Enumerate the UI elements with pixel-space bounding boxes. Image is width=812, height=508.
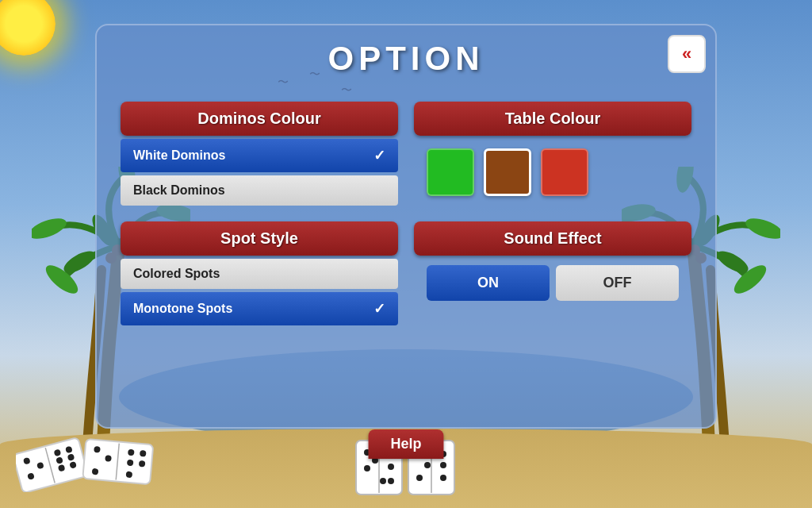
dominos-colour-section: Dominos Colour White Dominos ✓ Black Dom… — [121, 102, 398, 206]
svg-rect-20 — [16, 437, 88, 492]
svg-point-56 — [440, 462, 446, 468]
dominos-colour-header: Dominos Colour — [121, 102, 398, 136]
svg-point-45 — [364, 465, 370, 471]
sound-effect-section: Sound Effect ON OFF — [414, 221, 691, 325]
color-swatch-red[interactable] — [541, 148, 588, 196]
svg-point-10 — [743, 214, 780, 243]
sound-off-button[interactable]: OFF — [556, 265, 679, 301]
table-colour-header: Table Colour — [414, 102, 691, 136]
options-panel: OPTION « Dominos Colour White Dominos ✓ … — [95, 24, 717, 429]
sun-core — [0, 0, 56, 56]
sun — [0, 0, 79, 79]
content-grid: Dominos Colour White Dominos ✓ Black Dom… — [97, 86, 715, 341]
white-dominos-option[interactable]: White Dominos ✓ — [121, 139, 398, 172]
help-button[interactable]: Help — [368, 429, 443, 459]
svg-point-47 — [388, 464, 394, 470]
svg-point-49 — [388, 478, 394, 484]
color-swatch-green[interactable] — [427, 148, 474, 196]
domino-tiles-left — [16, 429, 159, 492]
svg-point-53 — [424, 462, 431, 468]
spot-style-header: Spot Style — [121, 221, 398, 256]
sound-buttons-container: ON OFF — [414, 259, 691, 307]
white-dominos-checkmark: ✓ — [373, 147, 385, 164]
svg-point-57 — [440, 475, 446, 481]
color-swatches-container — [414, 139, 691, 206]
spot-style-section: Spot Style Colored Spots Monotone Spots … — [121, 221, 398, 325]
black-dominos-option[interactable]: Black Dominos — [121, 175, 398, 206]
sound-effect-header: Sound Effect — [414, 221, 691, 256]
monotone-spots-checkmark: ✓ — [373, 300, 385, 318]
colored-spots-option[interactable]: Colored Spots — [121, 259, 398, 289]
svg-point-54 — [416, 475, 423, 481]
table-colour-section: Table Colour — [414, 102, 691, 206]
page-title: OPTION — [97, 25, 715, 78]
svg-point-0 — [32, 214, 69, 243]
back-button[interactable]: « — [668, 35, 706, 73]
sound-on-button[interactable]: ON — [427, 265, 550, 301]
svg-point-48 — [380, 478, 386, 484]
monotone-spots-option[interactable]: Monotone Spots ✓ — [121, 292, 398, 325]
color-swatch-brown[interactable] — [484, 148, 531, 196]
